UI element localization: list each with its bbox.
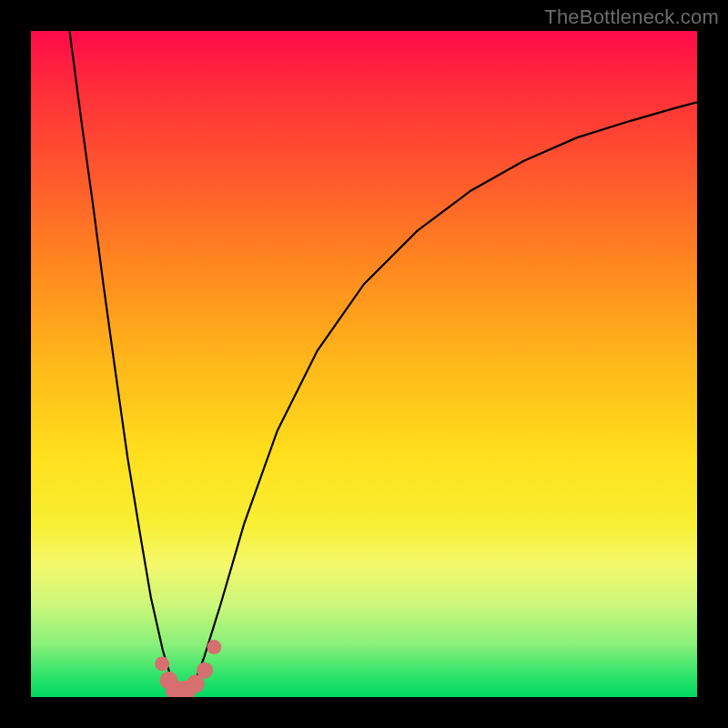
- valley-marker: [155, 656, 169, 671]
- valley-marker: [187, 674, 205, 693]
- curve-left-branch: [69, 31, 184, 697]
- valley-marker: [207, 640, 221, 654]
- curve-layer: [31, 31, 697, 697]
- attribution-text: TheBottleneck.com: [544, 5, 719, 29]
- curve-right-branch: [184, 102, 697, 697]
- valley-marker: [197, 662, 213, 679]
- valley-marker: [166, 681, 186, 697]
- chart-frame: TheBottleneck.com: [0, 0, 728, 728]
- valley-marker: [160, 672, 178, 690]
- valley-marker-group: [155, 640, 221, 697]
- valley-marker: [177, 681, 197, 697]
- plot-area: [31, 31, 697, 697]
